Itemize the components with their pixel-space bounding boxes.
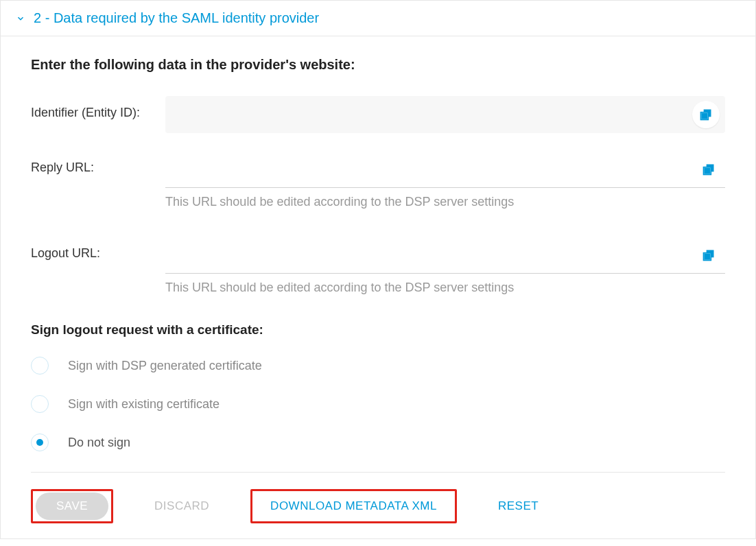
reply-url-helper: This URL should be edited according to t…	[165, 195, 725, 209]
copy-reply-url-button[interactable]	[695, 156, 722, 183]
reply-url-input[interactable]	[168, 161, 695, 177]
radio-label-dsp: Sign with DSP generated certificate	[68, 359, 262, 373]
identifier-input[interactable]	[176, 107, 692, 123]
highlight-download: DOWNLOAD METADATA XML	[250, 489, 457, 523]
field-reply-url: Reply URL: This URL should be edited acc…	[31, 151, 725, 209]
radio-sign-dsp[interactable]: Sign with DSP generated certificate	[31, 357, 725, 375]
radio-label-existing: Sign with existing certificate	[68, 397, 220, 412]
download-metadata-button[interactable]: DOWNLOAD METADATA XML	[255, 492, 452, 520]
logout-url-label: Logout URL:	[31, 237, 165, 261]
intro-text: Enter the following data in the provider…	[31, 57, 725, 73]
field-logout-url: Logout URL: This URL should be edited ac…	[31, 237, 725, 295]
radio-do-not-sign[interactable]: Do not sign	[31, 434, 725, 451]
logout-url-helper: This URL should be edited according to t…	[165, 281, 725, 295]
chevron-down-icon	[16, 14, 25, 23]
identifier-label: Identifier (Entity ID):	[31, 96, 165, 120]
discard-button[interactable]: DISCARD	[139, 492, 224, 520]
section-title: 2 - Data required by the SAML identity p…	[34, 10, 319, 26]
highlight-save: SAVE	[31, 489, 113, 523]
cert-heading: Sign logout request with a certificate:	[31, 322, 725, 337]
section-header[interactable]: 2 - Data required by the SAML identity p…	[1, 1, 755, 36]
radio-sign-existing[interactable]: Sign with existing certificate	[31, 395, 725, 413]
save-button[interactable]: SAVE	[36, 492, 108, 520]
radio-icon	[31, 395, 49, 413]
saml-settings-panel: 2 - Data required by the SAML identity p…	[0, 0, 756, 539]
svg-rect-2	[701, 113, 707, 119]
svg-rect-8	[704, 253, 710, 259]
copy-icon	[699, 108, 713, 121]
radio-label-none: Do not sign	[68, 436, 130, 450]
copy-icon	[702, 163, 716, 176]
logout-url-input[interactable]	[168, 247, 695, 263]
copy-identifier-button[interactable]	[692, 101, 720, 128]
copy-icon	[702, 248, 716, 262]
svg-rect-5	[704, 167, 710, 174]
radio-icon	[31, 357, 49, 375]
reply-url-label: Reply URL:	[31, 151, 165, 175]
action-bar: SAVE DISCARD DOWNLOAD METADATA XML RESET	[31, 473, 725, 523]
radio-icon	[31, 434, 49, 451]
copy-logout-url-button[interactable]	[695, 241, 722, 269]
field-identifier: Identifier (Entity ID):	[31, 96, 725, 133]
reset-button[interactable]: RESET	[483, 492, 554, 520]
section-body: Enter the following data in the provider…	[1, 36, 755, 538]
